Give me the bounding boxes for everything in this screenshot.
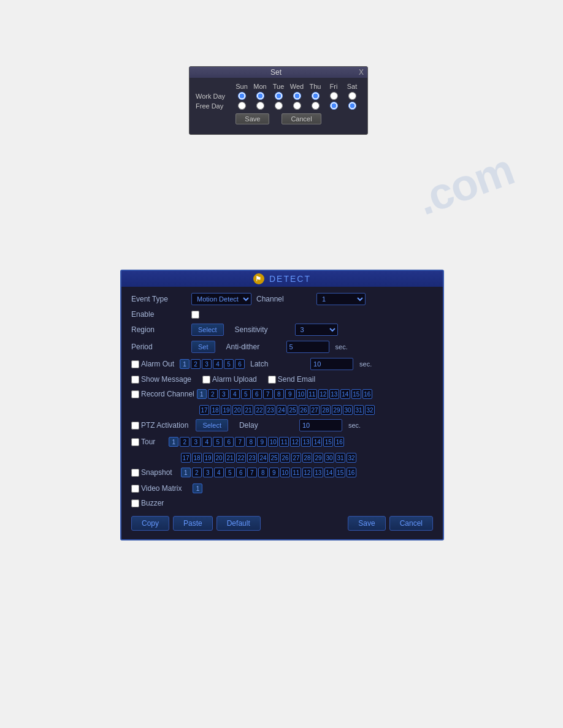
buzzer-checkbox[interactable] <box>131 499 139 507</box>
alarm-upload-checkbox[interactable] <box>202 376 210 384</box>
tour-num-11[interactable]: 11 <box>279 437 289 447</box>
send-email-checkbox[interactable] <box>268 376 276 384</box>
rec-num-30[interactable]: 30 <box>343 405 353 415</box>
tour-num-30[interactable]: 30 <box>324 453 334 463</box>
workday-sun[interactable] <box>232 92 251 100</box>
rec-num-20[interactable]: 20 <box>232 405 242 415</box>
tour-num-7[interactable]: 7 <box>235 437 245 447</box>
alarm-num-6[interactable]: 6 <box>235 359 245 369</box>
snap-num-8[interactable]: 8 <box>258 468 268 477</box>
tour-num-29[interactable]: 29 <box>313 453 323 463</box>
tour-num-3[interactable]: 3 <box>191 437 201 447</box>
alarm-num-4[interactable]: 4 <box>213 359 223 369</box>
tour-num-17[interactable]: 17 <box>181 453 191 463</box>
tour-num-28[interactable]: 28 <box>302 453 312 463</box>
workday-mon[interactable] <box>251 92 269 100</box>
tour-num-2[interactable]: 2 <box>180 437 190 447</box>
rec-num-14[interactable]: 14 <box>340 389 350 399</box>
rec-num-28[interactable]: 28 <box>321 405 331 415</box>
channel-select[interactable]: 1 <box>316 293 366 305</box>
tour-num-24[interactable]: 24 <box>258 453 268 463</box>
copy-button[interactable]: Copy <box>131 516 169 531</box>
alarm-num-3[interactable]: 3 <box>202 359 212 369</box>
send-email-label[interactable]: Send Email <box>268 375 315 384</box>
tour-num-18[interactable]: 18 <box>192 453 202 463</box>
rec-num-5[interactable]: 5 <box>241 389 251 399</box>
period-set-button[interactable]: Set <box>191 341 215 353</box>
rec-num-4[interactable]: 4 <box>230 389 240 399</box>
delay-input[interactable] <box>299 419 342 431</box>
tour-num-5[interactable]: 5 <box>213 437 223 447</box>
video-matrix-label[interactable]: Video Matrix <box>131 484 182 493</box>
tour-checkbox[interactable] <box>131 438 139 446</box>
tour-num-8[interactable]: 8 <box>246 437 256 447</box>
tour-num-23[interactable]: 23 <box>247 453 257 463</box>
rec-num-18[interactable]: 18 <box>210 405 220 415</box>
rec-num-29[interactable]: 29 <box>332 405 342 415</box>
save-button[interactable]: Save <box>348 516 385 531</box>
freeday-thu[interactable] <box>306 102 324 110</box>
snap-num-15[interactable]: 15 <box>335 468 345 477</box>
ptz-activation-checkbox[interactable] <box>131 422 139 430</box>
tour-num-32[interactable]: 32 <box>347 453 356 463</box>
record-channel-checkbox[interactable] <box>131 390 139 398</box>
rec-num-12[interactable]: 12 <box>318 389 328 399</box>
tour-num-27[interactable]: 27 <box>291 453 301 463</box>
tour-num-25[interactable]: 25 <box>269 453 279 463</box>
workday-thu[interactable] <box>306 92 324 100</box>
tour-num-31[interactable]: 31 <box>335 453 345 463</box>
snap-num-1[interactable]: 1 <box>181 468 191 477</box>
workday-sat[interactable] <box>343 92 361 100</box>
ptz-select-button[interactable]: Select <box>196 419 228 431</box>
freeday-tue[interactable] <box>269 102 288 110</box>
freeday-wed[interactable] <box>288 102 306 110</box>
record-channel-label[interactable]: Record Channel <box>131 390 194 398</box>
snap-num-16[interactable]: 16 <box>347 468 356 477</box>
freeday-fri[interactable] <box>324 102 343 110</box>
workday-tue[interactable] <box>269 92 288 100</box>
rec-num-6[interactable]: 6 <box>252 389 262 399</box>
snap-num-3[interactable]: 3 <box>203 468 213 477</box>
tour-num-22[interactable]: 22 <box>236 453 246 463</box>
rec-num-3[interactable]: 3 <box>219 389 229 399</box>
workday-wed[interactable] <box>288 92 306 100</box>
rec-num-16[interactable]: 16 <box>362 389 372 399</box>
alarm-out-checkbox[interactable] <box>131 360 139 368</box>
rec-num-32[interactable]: 32 <box>365 405 375 415</box>
set-save-button[interactable]: Save <box>236 113 269 124</box>
alarm-num-2[interactable]: 2 <box>191 359 201 369</box>
set-cancel-button[interactable]: Cancel <box>282 113 321 124</box>
cancel-button[interactable]: Cancel <box>389 516 433 531</box>
rec-num-10[interactable]: 10 <box>296 389 306 399</box>
rec-num-31[interactable]: 31 <box>354 405 364 415</box>
show-message-label[interactable]: Show Message <box>131 375 191 384</box>
rec-num-7[interactable]: 7 <box>263 389 273 399</box>
latch-input[interactable] <box>310 358 353 370</box>
tour-num-26[interactable]: 26 <box>280 453 290 463</box>
rec-num-21[interactable]: 21 <box>243 405 253 415</box>
rec-num-23[interactable]: 23 <box>266 405 275 415</box>
video-matrix-checkbox[interactable] <box>131 485 139 493</box>
show-message-checkbox[interactable] <box>131 376 139 384</box>
tour-num-14[interactable]: 14 <box>312 437 322 447</box>
snap-num-6[interactable]: 6 <box>236 468 246 477</box>
event-type-select[interactable]: Motion Detect <box>191 293 251 305</box>
tour-num-13[interactable]: 13 <box>301 437 311 447</box>
freeday-sat[interactable] <box>343 102 361 110</box>
rec-num-2[interactable]: 2 <box>208 389 218 399</box>
snap-num-4[interactable]: 4 <box>214 468 224 477</box>
snap-num-2[interactable]: 2 <box>192 468 202 477</box>
tour-num-20[interactable]: 20 <box>214 453 224 463</box>
rec-num-1[interactable]: 1 <box>197 389 207 399</box>
snapshot-label[interactable]: Snapshot <box>131 468 172 477</box>
rec-num-19[interactable]: 19 <box>221 405 231 415</box>
tour-num-19[interactable]: 19 <box>203 453 213 463</box>
rec-num-13[interactable]: 13 <box>329 389 339 399</box>
snapshot-checkbox[interactable] <box>131 469 139 477</box>
anti-dither-input[interactable] <box>286 341 329 353</box>
rec-num-24[interactable]: 24 <box>277 405 286 415</box>
rec-num-17[interactable]: 17 <box>199 405 209 415</box>
buzzer-label[interactable]: Buzzer <box>131 499 164 507</box>
snap-num-14[interactable]: 14 <box>324 468 334 477</box>
set-dialog-close-button[interactable]: X <box>359 68 364 77</box>
